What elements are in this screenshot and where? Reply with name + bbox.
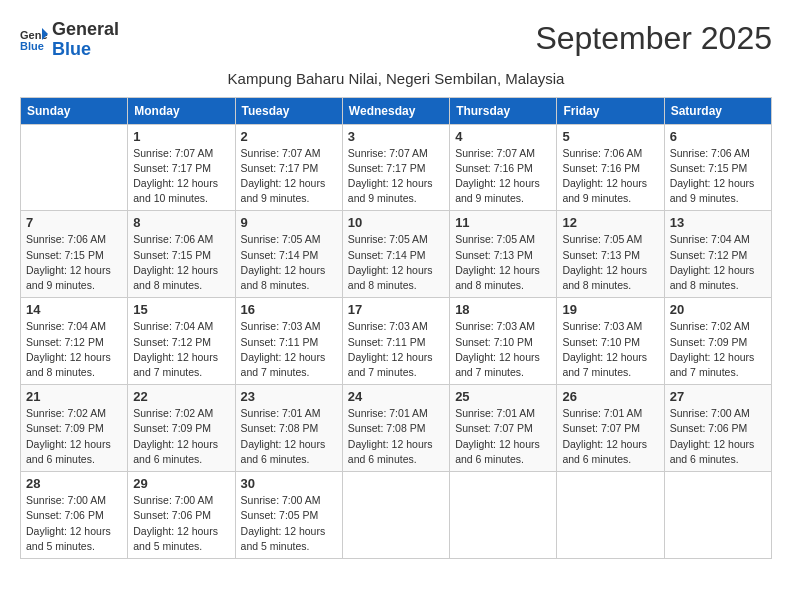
calendar-body: 1Sunrise: 7:07 AM Sunset: 7:17 PM Daylig… xyxy=(21,124,772,558)
day-number: 12 xyxy=(562,215,658,230)
day-number: 4 xyxy=(455,129,551,144)
day-info: Sunrise: 7:00 AM Sunset: 7:06 PM Dayligh… xyxy=(670,406,766,467)
day-number: 1 xyxy=(133,129,229,144)
calendar-cell: 8Sunrise: 7:06 AM Sunset: 7:15 PM Daylig… xyxy=(128,211,235,298)
day-info: Sunrise: 7:07 AM Sunset: 7:17 PM Dayligh… xyxy=(348,146,444,207)
calendar-cell xyxy=(21,124,128,211)
day-info: Sunrise: 7:03 AM Sunset: 7:10 PM Dayligh… xyxy=(562,319,658,380)
day-number: 22 xyxy=(133,389,229,404)
day-number: 9 xyxy=(241,215,337,230)
day-info: Sunrise: 7:00 AM Sunset: 7:05 PM Dayligh… xyxy=(241,493,337,554)
day-info: Sunrise: 7:01 AM Sunset: 7:08 PM Dayligh… xyxy=(241,406,337,467)
calendar-header-row: SundayMondayTuesdayWednesdayThursdayFrid… xyxy=(21,97,772,124)
calendar-cell: 10Sunrise: 7:05 AM Sunset: 7:14 PM Dayli… xyxy=(342,211,449,298)
day-info: Sunrise: 7:01 AM Sunset: 7:08 PM Dayligh… xyxy=(348,406,444,467)
calendar-cell: 14Sunrise: 7:04 AM Sunset: 7:12 PM Dayli… xyxy=(21,298,128,385)
calendar-cell: 22Sunrise: 7:02 AM Sunset: 7:09 PM Dayli… xyxy=(128,385,235,472)
calendar-cell: 3Sunrise: 7:07 AM Sunset: 7:17 PM Daylig… xyxy=(342,124,449,211)
calendar-cell: 17Sunrise: 7:03 AM Sunset: 7:11 PM Dayli… xyxy=(342,298,449,385)
svg-text:Blue: Blue xyxy=(20,40,44,52)
logo: General Blue General Blue xyxy=(20,20,119,60)
day-number: 13 xyxy=(670,215,766,230)
day-number: 30 xyxy=(241,476,337,491)
calendar-cell: 19Sunrise: 7:03 AM Sunset: 7:10 PM Dayli… xyxy=(557,298,664,385)
day-info: Sunrise: 7:02 AM Sunset: 7:09 PM Dayligh… xyxy=(670,319,766,380)
day-info: Sunrise: 7:03 AM Sunset: 7:11 PM Dayligh… xyxy=(241,319,337,380)
calendar-cell: 28Sunrise: 7:00 AM Sunset: 7:06 PM Dayli… xyxy=(21,472,128,559)
calendar-day-header: Sunday xyxy=(21,97,128,124)
calendar-cell: 21Sunrise: 7:02 AM Sunset: 7:09 PM Dayli… xyxy=(21,385,128,472)
day-info: Sunrise: 7:05 AM Sunset: 7:14 PM Dayligh… xyxy=(241,232,337,293)
day-info: Sunrise: 7:03 AM Sunset: 7:10 PM Dayligh… xyxy=(455,319,551,380)
day-number: 28 xyxy=(26,476,122,491)
calendar-cell: 23Sunrise: 7:01 AM Sunset: 7:08 PM Dayli… xyxy=(235,385,342,472)
calendar-cell: 25Sunrise: 7:01 AM Sunset: 7:07 PM Dayli… xyxy=(450,385,557,472)
calendar-week-row: 21Sunrise: 7:02 AM Sunset: 7:09 PM Dayli… xyxy=(21,385,772,472)
day-info: Sunrise: 7:06 AM Sunset: 7:15 PM Dayligh… xyxy=(670,146,766,207)
day-number: 11 xyxy=(455,215,551,230)
calendar-cell: 7Sunrise: 7:06 AM Sunset: 7:15 PM Daylig… xyxy=(21,211,128,298)
day-number: 15 xyxy=(133,302,229,317)
day-info: Sunrise: 7:06 AM Sunset: 7:15 PM Dayligh… xyxy=(133,232,229,293)
calendar-cell xyxy=(450,472,557,559)
day-number: 10 xyxy=(348,215,444,230)
day-info: Sunrise: 7:01 AM Sunset: 7:07 PM Dayligh… xyxy=(455,406,551,467)
day-info: Sunrise: 7:06 AM Sunset: 7:16 PM Dayligh… xyxy=(562,146,658,207)
day-info: Sunrise: 7:03 AM Sunset: 7:11 PM Dayligh… xyxy=(348,319,444,380)
calendar-table: SundayMondayTuesdayWednesdayThursdayFrid… xyxy=(20,97,772,559)
calendar-cell: 20Sunrise: 7:02 AM Sunset: 7:09 PM Dayli… xyxy=(664,298,771,385)
calendar-day-header: Saturday xyxy=(664,97,771,124)
calendar-cell: 26Sunrise: 7:01 AM Sunset: 7:07 PM Dayli… xyxy=(557,385,664,472)
day-number: 24 xyxy=(348,389,444,404)
month-title: September 2025 xyxy=(535,20,772,57)
day-number: 16 xyxy=(241,302,337,317)
day-number: 25 xyxy=(455,389,551,404)
calendar-cell: 5Sunrise: 7:06 AM Sunset: 7:16 PM Daylig… xyxy=(557,124,664,211)
calendar-day-header: Wednesday xyxy=(342,97,449,124)
calendar-cell: 13Sunrise: 7:04 AM Sunset: 7:12 PM Dayli… xyxy=(664,211,771,298)
day-number: 19 xyxy=(562,302,658,317)
calendar-cell: 6Sunrise: 7:06 AM Sunset: 7:15 PM Daylig… xyxy=(664,124,771,211)
day-info: Sunrise: 7:04 AM Sunset: 7:12 PM Dayligh… xyxy=(670,232,766,293)
day-info: Sunrise: 7:04 AM Sunset: 7:12 PM Dayligh… xyxy=(133,319,229,380)
day-info: Sunrise: 7:04 AM Sunset: 7:12 PM Dayligh… xyxy=(26,319,122,380)
day-number: 8 xyxy=(133,215,229,230)
day-info: Sunrise: 7:07 AM Sunset: 7:17 PM Dayligh… xyxy=(133,146,229,207)
day-number: 23 xyxy=(241,389,337,404)
day-number: 7 xyxy=(26,215,122,230)
day-number: 27 xyxy=(670,389,766,404)
day-number: 17 xyxy=(348,302,444,317)
calendar-day-header: Thursday xyxy=(450,97,557,124)
day-info: Sunrise: 7:00 AM Sunset: 7:06 PM Dayligh… xyxy=(133,493,229,554)
day-number: 26 xyxy=(562,389,658,404)
day-info: Sunrise: 7:02 AM Sunset: 7:09 PM Dayligh… xyxy=(26,406,122,467)
calendar-cell: 15Sunrise: 7:04 AM Sunset: 7:12 PM Dayli… xyxy=(128,298,235,385)
calendar-cell: 12Sunrise: 7:05 AM Sunset: 7:13 PM Dayli… xyxy=(557,211,664,298)
calendar-week-row: 28Sunrise: 7:00 AM Sunset: 7:06 PM Dayli… xyxy=(21,472,772,559)
day-number: 18 xyxy=(455,302,551,317)
logo-icon: General Blue xyxy=(20,26,48,54)
day-number: 6 xyxy=(670,129,766,144)
calendar-cell: 16Sunrise: 7:03 AM Sunset: 7:11 PM Dayli… xyxy=(235,298,342,385)
calendar-cell: 24Sunrise: 7:01 AM Sunset: 7:08 PM Dayli… xyxy=(342,385,449,472)
calendar-week-row: 7Sunrise: 7:06 AM Sunset: 7:15 PM Daylig… xyxy=(21,211,772,298)
day-info: Sunrise: 7:07 AM Sunset: 7:17 PM Dayligh… xyxy=(241,146,337,207)
calendar-day-header: Tuesday xyxy=(235,97,342,124)
day-number: 2 xyxy=(241,129,337,144)
day-number: 3 xyxy=(348,129,444,144)
day-info: Sunrise: 7:02 AM Sunset: 7:09 PM Dayligh… xyxy=(133,406,229,467)
day-number: 5 xyxy=(562,129,658,144)
calendar-cell: 11Sunrise: 7:05 AM Sunset: 7:13 PM Dayli… xyxy=(450,211,557,298)
calendar-day-header: Monday xyxy=(128,97,235,124)
calendar-cell: 1Sunrise: 7:07 AM Sunset: 7:17 PM Daylig… xyxy=(128,124,235,211)
calendar-cell: 29Sunrise: 7:00 AM Sunset: 7:06 PM Dayli… xyxy=(128,472,235,559)
day-info: Sunrise: 7:01 AM Sunset: 7:07 PM Dayligh… xyxy=(562,406,658,467)
calendar-cell xyxy=(557,472,664,559)
day-info: Sunrise: 7:05 AM Sunset: 7:13 PM Dayligh… xyxy=(562,232,658,293)
calendar-cell: 18Sunrise: 7:03 AM Sunset: 7:10 PM Dayli… xyxy=(450,298,557,385)
calendar-week-row: 1Sunrise: 7:07 AM Sunset: 7:17 PM Daylig… xyxy=(21,124,772,211)
calendar-cell: 30Sunrise: 7:00 AM Sunset: 7:05 PM Dayli… xyxy=(235,472,342,559)
location-subtitle: Kampung Baharu Nilai, Negeri Sembilan, M… xyxy=(20,70,772,87)
logo-blue: Blue xyxy=(52,39,91,59)
logo-general: General xyxy=(52,19,119,39)
